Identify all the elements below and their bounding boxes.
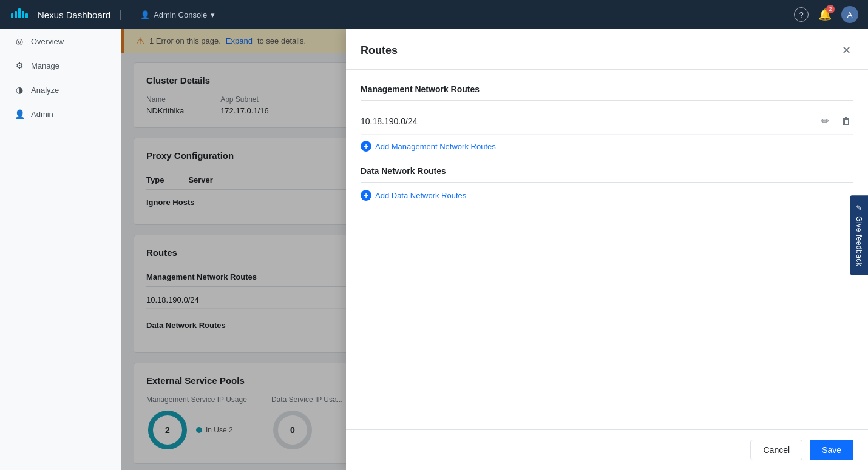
manage-icon: ⚙ [14,61,25,70]
add-data-routes-link[interactable]: + Add Data Network Routes [361,190,853,201]
delete-route-button[interactable]: 🗑 [839,114,853,128]
data-routes-section: Data Network Routes + Add Data Network R… [361,166,853,201]
feedback-label: Give feedback [855,216,863,266]
sidebar-item-admin[interactable]: 👤 Admin [0,102,121,126]
logo: Nexus Dashboard [10,7,131,22]
sidebar-item-label-overview: Overview [31,37,64,46]
edit-route-button[interactable]: ✏ [819,114,832,128]
analyze-icon: ◑ [14,85,25,95]
panel-route-value: 10.18.190.0/24 [361,116,819,126]
save-button[interactable]: Save [810,440,853,460]
panel-title: Routes [361,44,398,57]
svg-rect-2 [18,8,21,18]
user-avatar[interactable]: A [841,6,858,23]
panel-close-button[interactable]: ✕ [839,41,853,59]
routes-side-panel: Routes ✕ Management Network Routes 10.18… [346,29,868,470]
user-initial: A [847,10,853,19]
panel-header: Routes ✕ [346,29,868,70]
sidebar-item-overview[interactable]: ◎ Overview [0,29,121,53]
app-title: Nexus Dashboard [38,10,121,20]
feedback-icon: ✎ [855,204,863,213]
admin-icon: 👤 [140,10,150,19]
svg-rect-3 [22,11,24,18]
admin-console-button[interactable]: 👤 Admin Console ▾ [140,10,215,19]
admin-icon-sidebar: 👤 [14,109,25,119]
add-mgmt-routes-link[interactable]: + Add Management Network Routes [361,141,853,152]
add-data-label: Add Data Network Routes [375,191,466,200]
notifications-button[interactable]: 🔔 2 [818,8,832,21]
add-data-circle-icon: + [361,190,371,201]
help-button[interactable]: ? [794,7,809,22]
sidebar-item-label-manage: Manage [31,61,59,70]
svg-rect-0 [11,13,13,18]
sidebar-item-label-admin: Admin [31,110,53,119]
chevron-down-icon: ▾ [211,10,215,19]
sidebar-item-analyze[interactable]: ◑ Analyze [0,78,121,102]
sidebar-item-manage[interactable]: ⚙ Manage [0,53,121,78]
content-area: ⚠ 1 Error on this page. Expand to see de… [121,29,868,470]
panel-data-section-title: Data Network Routes [361,166,853,183]
svg-rect-4 [25,13,28,18]
cancel-button[interactable]: Cancel [750,440,802,460]
add-mgmt-label: Add Management Network Routes [375,142,496,151]
svg-rect-1 [15,11,17,18]
help-icon: ? [799,10,803,19]
topnav: Nexus Dashboard 👤 Admin Console ▾ ? 🔔 2 … [0,0,868,29]
sidebar-item-label-analyze: Analyze [31,86,59,95]
feedback-tab[interactable]: ✎ Give feedback [850,195,868,275]
panel-footer: Cancel Save [346,429,868,470]
topnav-right: ? 🔔 2 A [794,6,858,23]
add-circle-icon: + [361,141,371,152]
route-actions: ✏ 🗑 [819,114,853,128]
mgmt-routes-section: Management Network Routes 10.18.190.0/24… [361,84,853,152]
panel-body: Management Network Routes 10.18.190.0/24… [346,70,868,429]
panel-route-row: 10.18.190.0/24 ✏ 🗑 [361,108,853,135]
admin-label: Admin Console [154,10,207,19]
sidebar: ◎ Overview ⚙ Manage ◑ Analyze 👤 Admin [0,29,121,470]
panel-mgmt-section-title: Management Network Routes [361,84,853,101]
cisco-logo-icon [10,7,32,22]
notification-badge: 2 [826,5,835,13]
overview-icon: ◎ [14,36,25,46]
